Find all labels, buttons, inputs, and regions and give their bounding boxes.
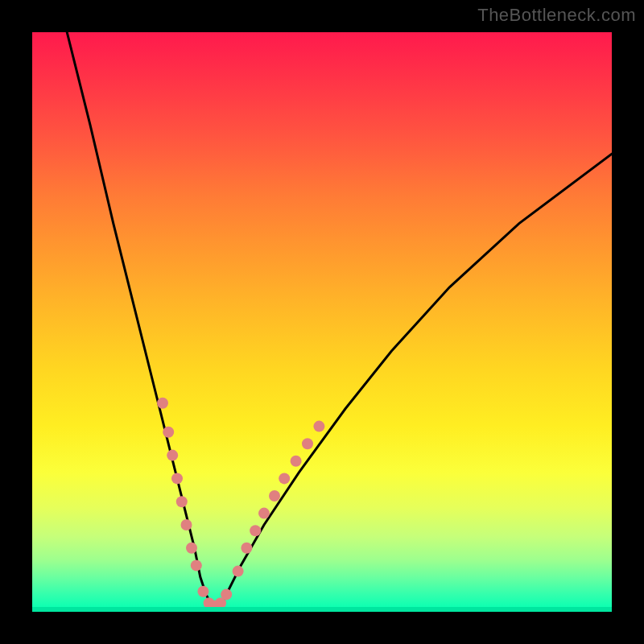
data-marker <box>279 473 290 484</box>
data-marker <box>258 508 270 519</box>
data-marker <box>191 559 202 571</box>
baseline-strip <box>32 607 612 612</box>
plot-area <box>32 32 612 612</box>
data-marker <box>313 421 324 432</box>
data-marker <box>302 438 313 449</box>
data-marker <box>241 543 252 554</box>
data-marker <box>291 456 302 467</box>
data-marker <box>269 490 280 502</box>
data-marker <box>163 427 174 438</box>
curve-svg <box>32 32 612 612</box>
data-marker <box>186 543 197 554</box>
data-marker <box>233 566 244 577</box>
data-marker <box>197 586 208 597</box>
chart-frame: TheBottleneck.com <box>0 0 644 644</box>
watermark-text: TheBottleneck.com <box>477 5 636 26</box>
data-marker <box>167 450 178 461</box>
data-marker <box>176 496 188 507</box>
bottleneck-curve <box>67 32 612 606</box>
data-marker <box>181 519 192 530</box>
data-marker <box>221 588 232 600</box>
marker-dots <box>157 398 324 612</box>
data-marker <box>171 473 183 484</box>
data-marker <box>157 398 168 409</box>
data-marker <box>250 525 261 536</box>
